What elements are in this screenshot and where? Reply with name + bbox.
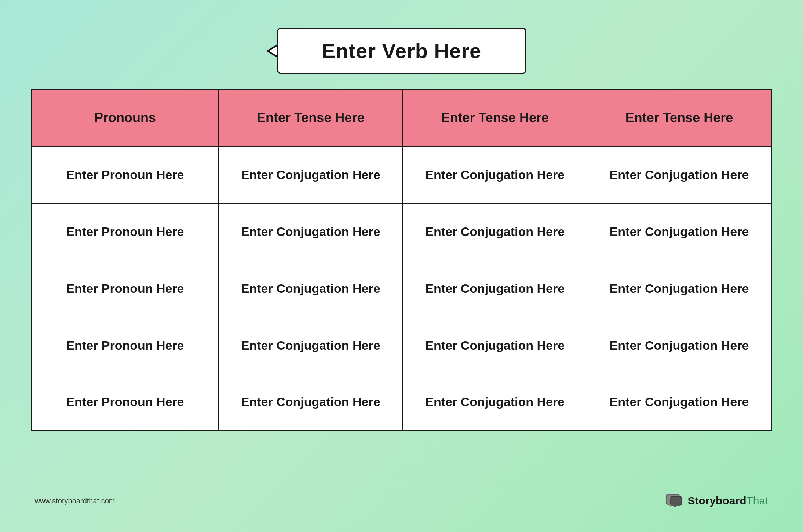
cell-pronoun-0[interactable]: Enter Pronoun Here <box>32 146 218 203</box>
table-row: Enter Pronoun HereEnter Conjugation Here… <box>32 317 771 374</box>
cell-conj2-3[interactable]: Enter Conjugation Here <box>403 317 587 374</box>
header-tense3[interactable]: Enter Tense Here <box>587 90 771 146</box>
footer-url: www.storyboardthat.com <box>35 497 115 505</box>
brand-name: StoryboardThat <box>687 495 768 507</box>
table-body: Enter Pronoun HereEnter Conjugation Here… <box>32 146 771 431</box>
header-pronouns: Pronouns <box>32 90 218 146</box>
page-container: Enter Verb Here Pronouns Enter Tense Her… <box>17 17 787 515</box>
table-header-row: Pronouns Enter Tense Here Enter Tense He… <box>32 90 771 146</box>
cell-conj3-3[interactable]: Enter Conjugation Here <box>587 317 771 374</box>
table-row: Enter Pronoun HereEnter Conjugation Here… <box>32 203 771 260</box>
cell-pronoun-3[interactable]: Enter Pronoun Here <box>32 317 218 374</box>
cell-conj1-1[interactable]: Enter Conjugation Here <box>218 203 403 260</box>
cell-pronoun-2[interactable]: Enter Pronoun Here <box>32 260 218 317</box>
cell-conj1-4[interactable]: Enter Conjugation Here <box>218 374 403 431</box>
verb-title: Enter Verb Here <box>322 39 481 62</box>
cell-conj3-2[interactable]: Enter Conjugation Here <box>587 260 771 317</box>
cell-pronoun-1[interactable]: Enter Pronoun Here <box>32 203 218 260</box>
cell-conj3-1[interactable]: Enter Conjugation Here <box>587 203 771 260</box>
title-wrapper: Enter Verb Here <box>277 28 526 74</box>
cell-pronoun-4[interactable]: Enter Pronoun Here <box>32 374 218 431</box>
table-row: Enter Pronoun HereEnter Conjugation Here… <box>32 146 771 203</box>
footer: www.storyboardthat.com StoryboardThat <box>35 493 769 508</box>
header-tense1[interactable]: Enter Tense Here <box>218 90 403 146</box>
svg-rect-2 <box>671 496 682 505</box>
cell-conj2-2[interactable]: Enter Conjugation Here <box>403 260 587 317</box>
cell-conj3-0[interactable]: Enter Conjugation Here <box>587 146 771 203</box>
cell-conj2-4[interactable]: Enter Conjugation Here <box>403 374 587 431</box>
footer-brand: StoryboardThat <box>665 493 768 508</box>
table-row: Enter Pronoun HereEnter Conjugation Here… <box>32 374 771 431</box>
cell-conj1-0[interactable]: Enter Conjugation Here <box>218 146 403 203</box>
cell-conj1-2[interactable]: Enter Conjugation Here <box>218 260 403 317</box>
cell-conj3-4[interactable]: Enter Conjugation Here <box>587 374 771 431</box>
table-row: Enter Pronoun HereEnter Conjugation Here… <box>32 260 771 317</box>
cell-conj2-1[interactable]: Enter Conjugation Here <box>403 203 587 260</box>
cell-conj1-3[interactable]: Enter Conjugation Here <box>218 317 403 374</box>
svg-marker-3 <box>673 505 677 507</box>
conjugation-table: Pronouns Enter Tense Here Enter Tense He… <box>31 89 772 431</box>
cell-conj2-0[interactable]: Enter Conjugation Here <box>403 146 587 203</box>
brand-icon <box>665 493 684 508</box>
title-box[interactable]: Enter Verb Here <box>277 28 526 74</box>
header-tense2[interactable]: Enter Tense Here <box>403 90 587 146</box>
